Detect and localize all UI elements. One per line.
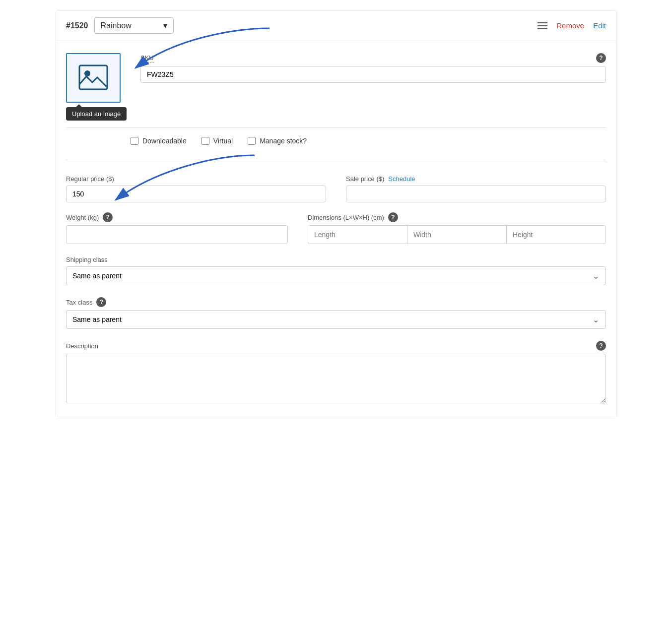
virtual-checkbox-item[interactable]: Virtual [202, 137, 233, 145]
height-input[interactable] [507, 226, 605, 244]
manage-stock-checkbox-item[interactable]: Manage stock? [248, 137, 307, 145]
downloadable-checkbox[interactable] [131, 137, 138, 145]
chevron-down-icon: ▾ [163, 21, 167, 30]
shipping-class-select[interactable]: Same as parent No shipping class [66, 266, 606, 285]
sku-input[interactable] [140, 66, 606, 83]
dimensions-inputs [308, 225, 606, 244]
virtual-label: Virtual [213, 137, 233, 145]
regular-price-label: Regular price ($) [66, 175, 114, 183]
description-label: Description [66, 342, 98, 350]
tax-class-help-icon[interactable]: ? [96, 297, 106, 307]
manage-stock-label: Manage stock? [260, 137, 307, 145]
svg-point-1 [84, 70, 90, 76]
downloadable-checkbox-item[interactable]: Downloadable [131, 137, 187, 145]
product-id: #1520 [66, 21, 88, 30]
virtual-checkbox[interactable] [202, 137, 209, 145]
dimensions-label: Dimensions (L×W×H) (cm) [308, 214, 384, 221]
shipping-class-label: Shipping class [66, 256, 108, 263]
description-help-icon[interactable]: ? [596, 341, 606, 351]
tax-class-select[interactable]: Same as parent Standard Reduced rate Zer… [66, 310, 606, 329]
manage-stock-checkbox[interactable] [248, 137, 256, 145]
downloadable-label: Downloadable [142, 137, 187, 145]
svg-rect-0 [79, 65, 107, 89]
dropdown-label: Rainbow [101, 21, 132, 30]
menu-icon[interactable] [538, 22, 547, 29]
sale-price-label: Sale price ($) [346, 175, 384, 183]
image-upload-box[interactable] [66, 53, 121, 103]
width-input[interactable] [407, 226, 507, 244]
weight-help-icon[interactable]: ? [103, 212, 113, 222]
weight-label: Weight (kg) [66, 214, 99, 221]
tax-class-wrapper: Same as parent Standard Reduced rate Zer… [66, 310, 606, 329]
sale-price-input[interactable] [346, 186, 606, 202]
length-input[interactable] [308, 226, 407, 244]
dimensions-help-icon[interactable]: ? [388, 212, 398, 222]
schedule-link[interactable]: Schedule [388, 175, 415, 183]
weight-input[interactable] [66, 225, 288, 244]
product-variant-dropdown[interactable]: Rainbow ▾ [94, 17, 174, 34]
description-textarea[interactable] [66, 354, 606, 403]
shipping-class-wrapper: Same as parent No shipping class ⌄ [66, 266, 606, 285]
tax-class-label: Tax class [66, 299, 92, 306]
sku-label: SKU [140, 54, 154, 63]
remove-button[interactable]: Remove [556, 21, 584, 30]
regular-price-input[interactable] [66, 186, 326, 202]
upload-tooltip: Upload an image [66, 107, 127, 121]
sku-help-icon[interactable]: ? [596, 53, 606, 63]
edit-button[interactable]: Edit [593, 21, 606, 30]
image-placeholder-icon [77, 62, 109, 95]
